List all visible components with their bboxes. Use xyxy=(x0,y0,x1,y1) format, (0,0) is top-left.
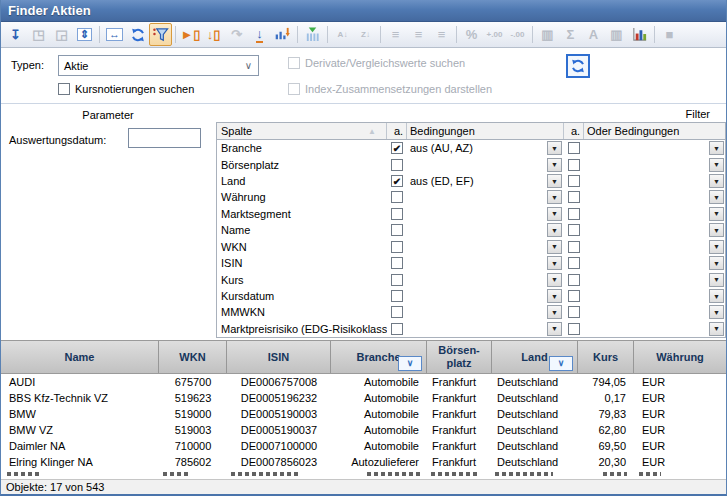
filter-and-checkbox[interactable] xyxy=(391,290,403,302)
filter-icon[interactable] xyxy=(149,23,172,46)
filter-condition-dropdown[interactable]: ▼ xyxy=(547,322,562,336)
filter-grid-column-header-1[interactable]: a. xyxy=(387,123,407,139)
filter-or-checkbox[interactable] xyxy=(568,323,580,335)
filter-or-condition-dropdown[interactable]: ▼ xyxy=(709,223,724,237)
table-row[interactable]: Elring Klinger NA785602DE0007856023Autoz… xyxy=(1,454,726,470)
auswertungsdatum-input[interactable] xyxy=(128,128,201,148)
filter-grid-column-header-4[interactable]: Oder Bedingungen xyxy=(584,123,725,139)
filter-or-checkbox[interactable] xyxy=(568,241,580,253)
table-row[interactable]: BMW519000DE0005190003AutomobileFrankfurt… xyxy=(1,406,726,422)
filter-condition-dropdown[interactable]: ▼ xyxy=(547,190,562,204)
clipped-row[interactable] xyxy=(1,470,726,479)
filter-condition-dropdown[interactable]: ▼ xyxy=(547,207,562,221)
insert-column-icon[interactable]: ►▯ xyxy=(179,23,202,46)
column-header-4[interactable]: Börsen- platz xyxy=(427,341,492,373)
table-cell: Deutschland xyxy=(492,438,578,454)
filter-or-checkbox[interactable] xyxy=(568,191,580,203)
histogram-settings-icon[interactable] xyxy=(271,23,294,46)
refresh-icon[interactable] xyxy=(126,23,149,46)
filter-row[interactable]: MMWKN▼▼ xyxy=(217,304,725,320)
kursnotierungen-checkbox[interactable]: Kursnotierungen suchen xyxy=(58,83,194,95)
filter-or-checkbox[interactable] xyxy=(568,274,580,286)
column-header-6[interactable]: Kurs xyxy=(578,341,634,373)
insert-row-icon[interactable]: ↓▯ xyxy=(202,23,225,46)
filter-row[interactable]: Kursdatum▼▼ xyxy=(217,288,725,304)
filter-or-condition-dropdown[interactable]: ▼ xyxy=(709,256,724,270)
filter-or-condition-dropdown[interactable]: ▼ xyxy=(709,207,724,221)
filter-or-condition-dropdown[interactable]: ▼ xyxy=(709,141,724,155)
filter-condition-dropdown[interactable]: ▼ xyxy=(547,223,562,237)
filter-row[interactable]: Land✔aus (ED, EF)▼▼ xyxy=(217,173,725,189)
filter-or-checkbox[interactable] xyxy=(568,142,580,154)
column-header-1[interactable]: WKN xyxy=(159,341,227,373)
filter-row[interactable]: WKN▼▼ xyxy=(217,239,725,255)
table-row[interactable]: Daimler NA710000DE0007100000AutomobileFr… xyxy=(1,438,726,454)
filter-or-condition-dropdown[interactable]: ▼ xyxy=(709,158,724,172)
column-header-2[interactable]: ISIN xyxy=(227,341,331,373)
filter-and-checkbox[interactable] xyxy=(391,224,403,236)
filter-grid-column-header-0[interactable]: Spalte▲ xyxy=(217,123,387,139)
filter-or-checkbox[interactable] xyxy=(568,290,580,302)
filter-row[interactable]: Börsenplatz▼▼ xyxy=(217,156,725,172)
filter-and-checkbox[interactable] xyxy=(391,323,403,335)
filter-condition-dropdown[interactable]: ▼ xyxy=(547,141,562,155)
filter-row[interactable]: ISIN▼▼ xyxy=(217,255,725,271)
apply-filter-icon[interactable]: ↓ xyxy=(248,23,271,46)
filter-or-condition-dropdown[interactable]: ▼ xyxy=(709,190,724,204)
column-header-7[interactable]: Währung xyxy=(634,341,726,373)
filter-or-checkbox[interactable] xyxy=(568,175,580,187)
column-header-5[interactable]: Land∨ xyxy=(492,341,578,373)
filter-grid-column-header-2[interactable]: Bedingungen xyxy=(407,123,564,139)
filter-condition-dropdown[interactable]: ▼ xyxy=(547,305,562,319)
column-header-3[interactable]: Branche∨ xyxy=(331,341,427,373)
filter-and-checkbox[interactable]: ✔ xyxy=(391,175,403,187)
filter-and-checkbox[interactable]: ✔ xyxy=(391,142,403,154)
filter-or-condition-dropdown[interactable]: ▼ xyxy=(709,174,724,188)
filter-or-checkbox[interactable] xyxy=(568,224,580,236)
filter-and-checkbox[interactable] xyxy=(391,208,403,220)
filter-and-checkbox[interactable] xyxy=(391,191,403,203)
filter-condition-dropdown[interactable]: ▼ xyxy=(547,158,562,172)
chart-icon[interactable] xyxy=(628,23,651,46)
filter-row[interactable]: Kurs▼▼ xyxy=(217,271,725,287)
filter-and-checkbox[interactable] xyxy=(391,241,403,253)
column-filter-button[interactable]: ∨ xyxy=(398,356,422,371)
filter-and-checkbox[interactable] xyxy=(391,159,403,171)
typen-select[interactable]: Aktie ∨ xyxy=(58,55,259,76)
filter-condition-dropdown[interactable]: ▼ xyxy=(547,256,562,270)
column-profile-icon[interactable] xyxy=(301,23,324,46)
filter-row[interactable]: Name▼▼ xyxy=(217,222,725,238)
filter-row[interactable]: Währung▼▼ xyxy=(217,189,725,205)
filter-and-checkbox[interactable] xyxy=(391,306,403,318)
filter-or-condition-dropdown[interactable]: ▼ xyxy=(709,289,724,303)
filter-condition-dropdown[interactable]: ▼ xyxy=(547,174,562,188)
filter-row[interactable]: Marktsegment▼▼ xyxy=(217,206,725,222)
export-row-icon[interactable]: ↧ xyxy=(4,23,27,46)
fit-width-icon[interactable]: ↔ xyxy=(103,23,126,46)
filter-or-condition-dropdown[interactable]: ▼ xyxy=(709,305,724,319)
filter-or-checkbox[interactable] xyxy=(568,208,580,220)
filter-or-checkbox[interactable] xyxy=(568,257,580,269)
search-refresh-button[interactable] xyxy=(566,54,590,78)
filter-condition-dropdown[interactable]: ▼ xyxy=(547,289,562,303)
column-header-0[interactable]: Name xyxy=(1,341,159,373)
filter-and-checkbox[interactable] xyxy=(391,257,403,269)
table-row[interactable]: BBS Kfz-Technik VZ519623DE0005196232Auto… xyxy=(1,390,726,406)
filter-or-check-cell xyxy=(564,323,584,335)
table-row[interactable]: BMW VZ519003DE0005190037AutomobileFrankf… xyxy=(1,422,726,438)
filter-or-condition-dropdown[interactable]: ▼ xyxy=(709,240,724,254)
column-filter-button[interactable]: ∨ xyxy=(549,356,573,371)
filter-or-checkbox[interactable] xyxy=(568,159,580,171)
table-row[interactable]: AUDI675700DE0006757008AutomobileFrankfur… xyxy=(1,374,726,390)
filter-or-condition-dropdown[interactable]: ▼ xyxy=(709,322,724,336)
filter-or-condition-dropdown[interactable]: ▼ xyxy=(709,273,724,287)
window-title: Finder Aktien xyxy=(1,0,726,22)
filter-grid-column-header-3[interactable]: a. xyxy=(564,123,584,139)
filter-row[interactable]: Marktpreisrisiko (EDG-Risikoklasse)▼▼ xyxy=(217,321,725,337)
filter-or-checkbox[interactable] xyxy=(568,306,580,318)
filter-row[interactable]: Branche✔aus (AU, AZ)▼▼ xyxy=(217,140,725,156)
filter-and-checkbox[interactable] xyxy=(391,274,403,286)
fit-height-icon[interactable]: ⇕ xyxy=(73,23,96,46)
filter-condition-dropdown[interactable]: ▼ xyxy=(547,240,562,254)
filter-condition-dropdown[interactable]: ▼ xyxy=(547,273,562,287)
